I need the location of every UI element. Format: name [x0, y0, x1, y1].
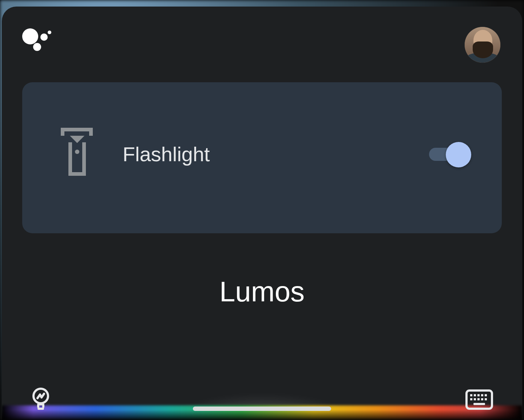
flashlight-label: Flashlight — [123, 142, 400, 166]
assistant-footer — [2, 387, 522, 420]
google-assistant-icon[interactable] — [22, 27, 51, 56]
svg-rect-2 — [37, 408, 44, 410]
svg-rect-5 — [474, 394, 476, 396]
svg-rect-9 — [470, 398, 472, 400]
svg-rect-13 — [485, 398, 487, 400]
svg-rect-1 — [37, 403, 44, 405]
keyboard-icon[interactable] — [465, 389, 493, 410]
svg-rect-12 — [481, 398, 483, 400]
svg-rect-6 — [477, 394, 480, 396]
svg-rect-4 — [470, 394, 472, 396]
assistant-header — [2, 7, 522, 63]
voice-transcript: Lumos — [2, 275, 522, 308]
svg-rect-14 — [473, 403, 485, 405]
flashlight-toggle[interactable] — [429, 146, 471, 163]
profile-avatar[interactable] — [465, 27, 500, 63]
svg-rect-11 — [477, 398, 480, 400]
lightbulb-icon[interactable] — [31, 387, 51, 413]
assistant-panel: Flashlight Lumos — [2, 7, 522, 420]
svg-rect-8 — [485, 394, 487, 396]
flashlight-icon — [61, 128, 94, 181]
flashlight-card: Flashlight — [22, 82, 502, 233]
svg-rect-10 — [474, 398, 476, 400]
assistant-overlay: Flashlight Lumos — [0, 0, 524, 420]
home-indicator[interactable] — [193, 407, 331, 411]
svg-rect-7 — [481, 394, 483, 396]
